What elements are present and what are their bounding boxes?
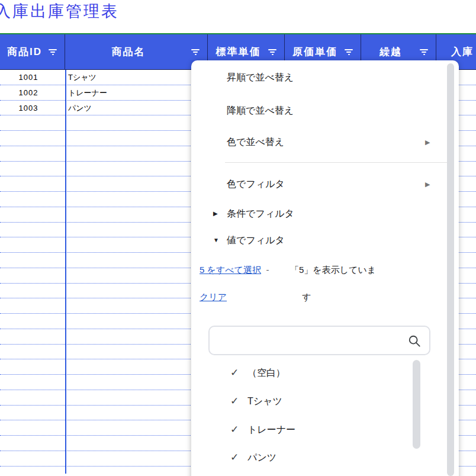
filter-icon[interactable] [267, 48, 278, 56]
menu-item-label: 色で並べ替え [227, 137, 284, 147]
value-label: トレーナー [247, 423, 295, 436]
cell-product-name[interactable]: トレーナー [65, 88, 107, 98]
table-row: 1001 Tシャツ [0, 70, 208, 85]
filter-icon[interactable] [343, 48, 354, 56]
value-label: （空白） [247, 366, 285, 379]
value-list-scrollbar[interactable] [413, 360, 420, 449]
menu-item-filter-by-condition[interactable]: ▶ 条件でフィルタ [227, 208, 294, 220]
header-label: 繰越 [379, 45, 417, 59]
cell-product-name[interactable]: Tシャツ [65, 72, 97, 83]
menu-item-label: 値でフィルタ [227, 235, 285, 245]
filter-icon[interactable] [47, 48, 58, 56]
select-all-row: 5 をすべて選択 - [200, 263, 269, 276]
cell-product-name[interactable]: パンツ [65, 103, 92, 114]
menu-divider [225, 162, 447, 163]
filter-icon[interactable] [419, 48, 429, 56]
filter-icon[interactable] [190, 48, 201, 56]
value-option-pants[interactable]: ✓ パンツ [230, 451, 276, 464]
column-divider-line [65, 70, 66, 474]
table-row: 1003 パンツ [0, 101, 208, 115]
collapsed-arrow-icon: ▶ [213, 208, 218, 220]
table-row: 1002 トレーナー [0, 85, 208, 100]
value-option-blank[interactable]: ✓ （空白） [230, 366, 285, 379]
header-label: 入庫 [436, 45, 474, 59]
clear-link[interactable]: クリア [200, 292, 227, 302]
cell-product-id[interactable]: 1003 [0, 104, 65, 112]
clear-row: クリア [200, 291, 227, 304]
status-text-line2: す [302, 291, 311, 304]
cell-product-id[interactable]: 1001 [0, 73, 65, 82]
menu-item-label: 条件でフィルタ [227, 208, 294, 218]
select-all-link[interactable]: 5 をすべて選択 [200, 265, 261, 275]
search-box [208, 326, 430, 355]
value-label: Tシャツ [247, 395, 282, 408]
check-icon: ✓ [230, 395, 242, 408]
submenu-arrow-icon: ▶ [425, 178, 430, 190]
search-icon [408, 335, 421, 348]
submenu-arrow-icon: ▶ [425, 136, 430, 148]
header-cell-product-id[interactable]: 商品ID [0, 34, 65, 69]
menu-item-label: 色でフィルタ [227, 179, 285, 189]
expanded-arrow-icon: ▼ [213, 234, 219, 246]
link-separator: - [266, 265, 269, 275]
page-title: 入庫出庫管理表 [0, 1, 119, 22]
menu-item-sort-by-color[interactable]: 色で並べ替え ▶ [227, 136, 284, 148]
value-label: パンツ [247, 451, 276, 464]
check-icon: ✓ [230, 451, 242, 464]
menu-scrollbar[interactable] [447, 63, 454, 476]
check-icon: ✓ [230, 423, 242, 436]
search-input[interactable] [216, 328, 405, 353]
header-cell-product-name[interactable]: 商品名 [65, 34, 208, 69]
status-text-line1: 「5」を表示していま [290, 263, 376, 276]
spreadsheet-screen: 入庫出庫管理表 商品ID 商品名 標準単価 原価単価 繰越 入庫 10 [0, 0, 476, 476]
header-label: 商品名 [112, 45, 161, 59]
value-option-trainer[interactable]: ✓ トレーナー [230, 423, 295, 436]
value-option-tshirt[interactable]: ✓ Tシャツ [230, 395, 282, 408]
menu-item-filter-by-color[interactable]: 色でフィルタ ▶ [227, 178, 285, 190]
menu-item-sort-ascending[interactable]: 昇順で並べ替え [227, 72, 294, 83]
menu-item-sort-descending[interactable]: 降順で並べ替え [227, 105, 294, 117]
menu-item-filter-by-values[interactable]: ▼ 値でフィルタ [227, 234, 285, 246]
cell-product-id[interactable]: 1002 [0, 88, 65, 97]
filter-menu: 昇順で並べ替え 降順で並べ替え 色で並べ替え ▶ 色でフィルタ ▶ ▶ 条件でフ… [191, 60, 459, 476]
check-icon: ✓ [230, 366, 242, 379]
